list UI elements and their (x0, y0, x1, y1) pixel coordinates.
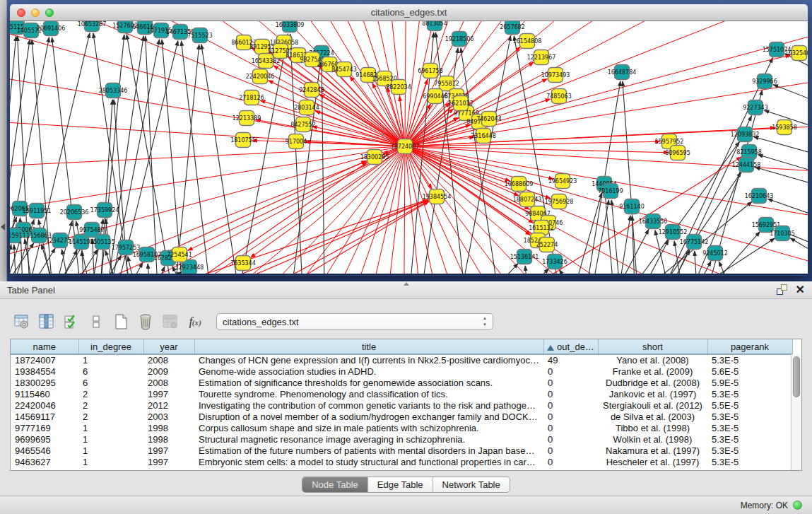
cell-in_degree[interactable]: 2 (78, 411, 143, 423)
graph-node[interactable]: 12213967 (527, 50, 556, 65)
table-row[interactable]: 946362711997Embryonic stem cells: a mode… (11, 457, 792, 468)
graph-node[interactable]: 10688609 (505, 177, 534, 192)
red-edge[interactable] (405, 146, 605, 275)
cell-short[interactable]: Wolkin et al. (1998) (598, 434, 707, 445)
cell-year[interactable]: 2012 (143, 400, 194, 411)
cell-name[interactable]: 14569117 (11, 411, 78, 423)
cell-out_degree[interactable]: 49 (543, 354, 598, 366)
graph-node[interactable]: 16210643 (745, 189, 774, 204)
cell-in_degree[interactable]: 6 (78, 366, 143, 378)
red-edge[interactable] (405, 146, 553, 179)
red-edge[interactable] (405, 146, 519, 196)
graph-node[interactable]: 12213389 (233, 111, 261, 126)
graph-node[interactable]: 19756928 (545, 194, 574, 209)
red-edge[interactable] (405, 128, 775, 146)
cell-short[interactable]: Tibbo et al. (1998) (598, 423, 707, 434)
column-header-title[interactable]: title (194, 339, 543, 354)
graph-node[interactable]: 19654923 (548, 174, 577, 189)
table-row[interactable]: 911546021997Tourette syndrome. Phenomeno… (11, 389, 792, 400)
cell-year[interactable]: 2008 (143, 354, 194, 366)
cell-pagerank[interactable]: 5.6E-5 (707, 366, 792, 378)
cell-pagerank[interactable]: 5.3E-5 (707, 354, 792, 366)
cell-pagerank[interactable]: 5.3E-5 (707, 445, 792, 457)
cell-name[interactable]: 22420046 (11, 400, 78, 411)
new-table-icon[interactable] (112, 313, 130, 331)
close-panel-icon[interactable]: ✕ (796, 284, 805, 295)
cell-title[interactable]: Estimation of significance thresholds fo… (194, 378, 543, 389)
cell-short[interactable]: Nakamura et al. (1997) (598, 445, 707, 457)
cell-year[interactable]: 2008 (143, 378, 194, 389)
black-edge[interactable] (575, 193, 601, 275)
graph-node[interactable]: 9161140 (619, 199, 645, 214)
graph-node[interactable]: 9245012 (702, 246, 728, 261)
graph-node[interactable]: 7485063 (546, 89, 572, 104)
window-titlebar[interactable]: citations_edges.txt (10, 4, 808, 21)
cell-year[interactable]: 1997 (143, 457, 194, 468)
cell-name[interactable]: 18724007 (11, 354, 78, 366)
black-edge[interactable] (30, 248, 55, 275)
panel-resize-grip-icon[interactable] (404, 282, 409, 286)
cell-pagerank[interactable]: 5.3E-5 (707, 423, 792, 434)
cell-name[interactable]: 9777169 (11, 423, 78, 434)
black-edge[interactable] (754, 137, 808, 154)
red-edge[interactable] (405, 146, 669, 153)
cell-short[interactable]: Stergiakouli et al. (2012) (598, 400, 707, 411)
graph-node[interactable]: 16154808 (513, 34, 542, 49)
split-pane-edge[interactable] (0, 0, 7, 281)
table-scrollbar-thumb[interactable] (793, 356, 800, 397)
graph-node[interactable]: 2657682 (500, 21, 525, 35)
cell-title[interactable]: Tourette syndrome. Phenomenology and cla… (194, 389, 543, 400)
cell-out_degree[interactable]: 0 (543, 434, 598, 445)
table-row[interactable]: 1830029562008Estimation of significance … (11, 378, 792, 389)
column-header-pagerank[interactable]: pagerank (707, 339, 792, 354)
graph-node[interactable]: 8813054 (422, 21, 447, 31)
cell-out_degree[interactable]: 0 (543, 378, 598, 389)
column-visibility-icon[interactable] (37, 313, 56, 331)
table-scrollbar[interactable] (791, 354, 801, 470)
table-row[interactable]: 2242004622012Investigating the contribut… (11, 400, 792, 411)
graph-node[interactable]: 1593858 (772, 120, 797, 135)
table-row[interactable]: 977716911998Corpus callosum shape and si… (11, 423, 792, 434)
black-edge[interactable] (623, 81, 637, 275)
cell-name[interactable]: 9699695 (11, 434, 78, 445)
cell-name[interactable]: 19384554 (11, 366, 78, 378)
table-row[interactable]: 969969511998Structural magnetic resonanc… (11, 434, 792, 445)
cell-in_degree[interactable]: 6 (78, 378, 143, 389)
black-edge[interactable] (146, 36, 158, 275)
cell-name[interactable]: 9463627 (11, 457, 78, 468)
cell-title[interactable]: Changes of HCN gene expression and I(f) … (194, 354, 543, 366)
graph-node[interactable]: 1733426 (542, 255, 567, 269)
delete-table-icon[interactable] (136, 313, 155, 331)
table-row[interactable]: 946554611997Estimation of the future num… (11, 445, 792, 457)
black-edge[interactable] (619, 216, 630, 275)
table-selector-dropdown[interactable]: citations_edges.txt ▲▼ (216, 313, 493, 330)
cell-title[interactable]: Embryonic stem cells: a model to study s… (194, 457, 543, 468)
black-edge[interactable] (148, 264, 150, 275)
cell-title[interactable]: Investigating the contribution of common… (194, 400, 543, 411)
table-mode-icon[interactable] (13, 313, 31, 331)
cell-short[interactable]: Yano et al. (2008) (598, 354, 707, 366)
red-edge[interactable] (405, 146, 551, 199)
black-edge[interactable] (201, 45, 238, 275)
cell-year[interactable]: 1997 (143, 445, 194, 457)
cell-short[interactable]: de Silva et al. (2003) (598, 411, 707, 423)
cell-short[interactable]: Hescheler et al. (1997) (598, 457, 707, 468)
black-edge[interactable] (61, 250, 69, 275)
table-row[interactable]: 1938455462009Genome-wide association stu… (11, 366, 792, 378)
graph-node[interactable]: 2718126 (239, 90, 264, 105)
network-canvas[interactable]: 2051152614055724206914061065328715276026… (10, 21, 808, 275)
graph-node[interactable]: 16775142 (680, 235, 709, 250)
graph-node[interactable]: 7635344 (230, 256, 256, 271)
cell-year[interactable]: 2003 (143, 411, 194, 423)
tab-edge-table[interactable]: Edge Table (368, 477, 433, 492)
cell-out_degree[interactable]: 0 (543, 457, 598, 468)
graph-node[interactable]: 16033809 (276, 21, 305, 33)
graph-node[interactable]: 1810755 (230, 133, 256, 148)
cell-title[interactable]: Genome-wide association studies in ADHD. (194, 366, 543, 378)
graph-node[interactable]: 17359924 (90, 203, 119, 218)
tab-node-table[interactable]: Node Table (302, 477, 368, 492)
cell-in_degree[interactable]: 1 (78, 445, 143, 457)
black-edge[interactable] (767, 199, 808, 216)
graph-node[interactable]: 917004 (286, 134, 307, 149)
cell-title[interactable]: Estimation of the future numbers of pati… (194, 445, 543, 457)
